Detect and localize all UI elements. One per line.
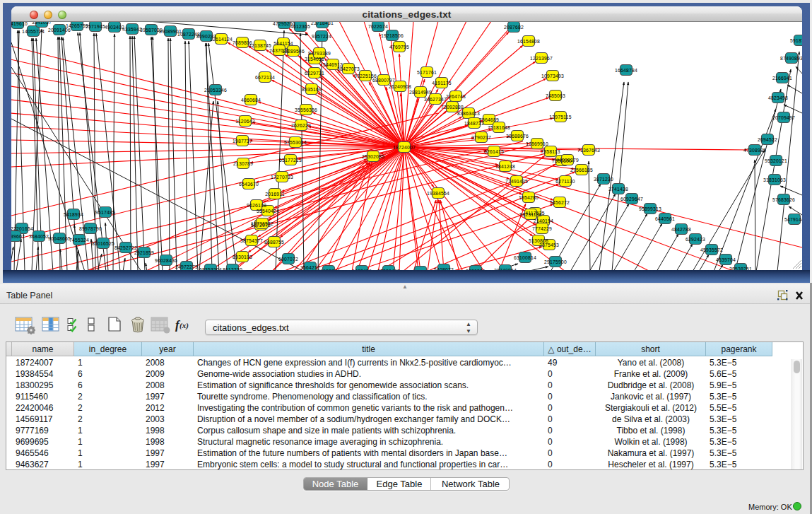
svg-text:31682744: 31682744 [317,269,340,271]
svg-text:4769795: 4769795 [389,45,409,49]
svg-text:4842788: 4842788 [671,227,691,232]
svg-text:3341057: 3341057 [32,22,52,25]
svg-text:5456272: 5456272 [550,200,570,205]
svg-text:38427073: 38427073 [337,66,360,71]
svg-text:83863413: 83863413 [457,111,480,116]
svg-text:27566185: 27566185 [570,168,593,173]
svg-text:7358113: 7358113 [541,149,560,154]
svg-text:38538251: 38538251 [729,267,752,271]
svg-text:38754377: 38754377 [240,238,263,243]
svg-text:57683626: 57683626 [772,197,795,202]
svg-text:90048665: 90048665 [48,236,71,241]
svg-text:2264748: 2264748 [446,94,466,99]
svg-text:24972279: 24972279 [175,264,198,269]
svg-text:29175900: 29175900 [544,259,567,264]
svg-text:1120642: 1120642 [235,119,254,124]
svg-text:19384554: 19384554 [427,191,449,196]
svg-text:14055724: 14055724 [22,29,45,34]
svg-text:75181648: 75181648 [488,125,510,130]
svg-text:6543670: 6543670 [239,182,259,187]
svg-text:28740864: 28740864 [494,268,517,271]
svg-text:7022674: 7022674 [368,24,388,29]
svg-text:88320463: 88320463 [377,269,400,271]
svg-text:4539704: 4539704 [716,257,736,262]
svg-text:3871230: 3871230 [594,177,613,182]
svg-text:58586340: 58586340 [409,269,432,271]
svg-text:42138745: 42138745 [249,43,271,48]
svg-text:2626229: 2626229 [291,123,311,128]
svg-text:60929647: 60929647 [620,197,643,201]
svg-text:5918715: 5918715 [790,38,802,43]
svg-text:57553014: 57553014 [284,140,307,145]
svg-text:4823498: 4823498 [768,95,788,100]
svg-text:17869910: 17869910 [526,141,548,146]
svg-text:2016911: 2016911 [265,192,284,197]
svg-text:3684052: 3684052 [29,234,49,239]
svg-text:5418934: 5418934 [64,212,83,217]
svg-text:31831063: 31831063 [763,177,786,182]
svg-text:89978790: 89978790 [79,226,102,231]
svg-text:2921859: 2921859 [134,250,154,255]
svg-text:9357224: 9357224 [312,34,331,39]
svg-text:98231132: 98231132 [519,212,541,217]
svg-text:2166941: 2166941 [772,76,792,81]
svg-text:4860684: 4860684 [241,98,261,103]
svg-text:3741438: 3741438 [608,187,628,192]
svg-text:35556386: 35556386 [295,107,317,112]
svg-text:6007072: 6007072 [278,257,298,262]
svg-text:1841248: 1841248 [495,164,515,169]
svg-text:21053346: 21053346 [204,88,227,93]
svg-text:6672134: 6672134 [255,75,275,80]
svg-text:20709497: 20709497 [772,115,795,120]
svg-text:1954280: 1954280 [519,195,539,200]
svg-text:2839607: 2839607 [11,234,25,239]
svg-text:19736572: 19736572 [251,221,273,226]
svg-text:26240908: 26240908 [389,84,411,89]
svg-text:9626108: 9626108 [247,203,266,208]
svg-text:83793389: 83793389 [308,51,331,56]
svg-text:45935572: 45935572 [700,247,723,252]
svg-text:19218506: 19218506 [381,33,404,38]
svg-text:16154808: 16154808 [517,39,540,44]
svg-text:19289546: 19289546 [282,49,305,54]
svg-text:17270733: 17270733 [271,175,293,180]
svg-text:8930103: 8930103 [233,255,252,259]
svg-text:28814949: 28814949 [409,90,432,95]
svg-text:3320821: 3320821 [466,269,486,271]
svg-text:77491435: 77491435 [505,179,528,184]
svg-text:3154051: 3154051 [305,57,324,62]
svg-text:5171761: 5171761 [417,70,437,75]
svg-text:2140194: 2140194 [534,218,553,223]
svg-text:55540424: 55540424 [257,209,279,214]
svg-text:9517485: 9517485 [95,210,115,215]
svg-text:6292423: 6292423 [686,237,705,242]
svg-text:7455324: 7455324 [69,238,89,243]
svg-text:7485063: 7485063 [546,93,565,98]
svg-text:6438436: 6438436 [352,269,372,271]
svg-text:95320121: 95320121 [765,158,787,163]
svg-text:5479144: 5479144 [784,217,802,222]
svg-text:1419610: 1419610 [11,22,28,26]
svg-text:16648784: 16648784 [615,68,637,73]
svg-text:68353204: 68353204 [199,267,222,271]
svg-text:2694522: 2694522 [758,137,777,142]
svg-text:2087682: 2087682 [504,25,524,30]
svg-text:87490893: 87490893 [780,56,802,61]
svg-text:1987737: 1987737 [233,139,252,144]
svg-text:47308985: 47308985 [743,148,766,153]
svg-text:25302035: 25302035 [362,154,384,159]
svg-text:3790237: 3790237 [471,135,491,140]
svg-text:2564689: 2564689 [479,117,499,122]
svg-text:81016525: 81016525 [92,241,114,246]
svg-text:4335942: 4335942 [122,27,142,32]
svg-text:38688676: 38688676 [506,134,529,139]
svg-text:2571945: 2571945 [86,24,105,29]
svg-text:12213967: 12213967 [530,56,553,61]
svg-text:63100814: 63100814 [514,255,536,260]
svg-text:2130789: 2130789 [233,161,253,166]
svg-text:65177213: 65177213 [279,158,302,163]
svg-text:84252722: 84252722 [114,245,137,250]
svg-text:23718431: 23718431 [311,22,334,25]
svg-text:18724007: 18724007 [393,145,416,150]
svg-text:5041154: 5041154 [273,41,293,46]
